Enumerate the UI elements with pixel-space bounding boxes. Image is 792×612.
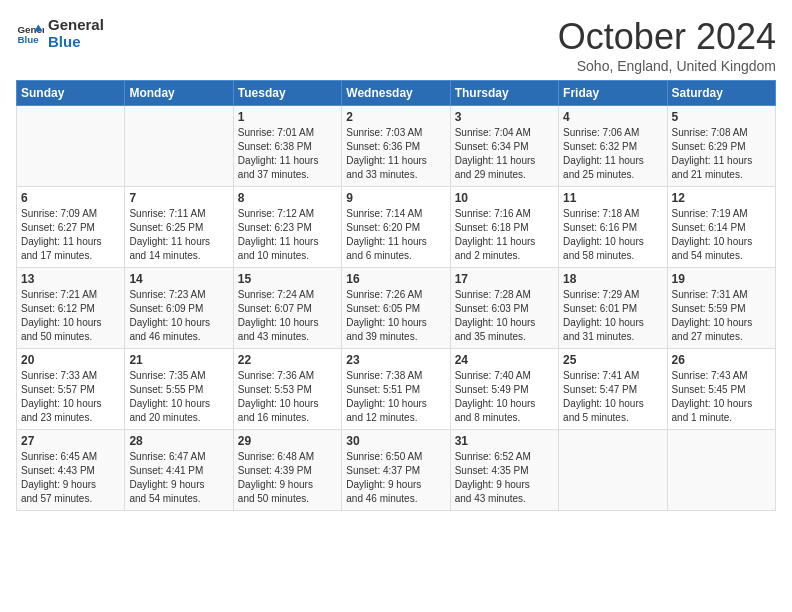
header-cell-saturday: Saturday bbox=[667, 81, 775, 106]
day-number: 27 bbox=[21, 434, 120, 448]
day-info: Sunrise: 6:48 AM Sunset: 4:39 PM Dayligh… bbox=[238, 450, 337, 506]
day-info: Sunrise: 7:09 AM Sunset: 6:27 PM Dayligh… bbox=[21, 207, 120, 263]
header-cell-tuesday: Tuesday bbox=[233, 81, 341, 106]
day-number: 28 bbox=[129, 434, 228, 448]
week-row-2: 6Sunrise: 7:09 AM Sunset: 6:27 PM Daylig… bbox=[17, 187, 776, 268]
day-info: Sunrise: 7:36 AM Sunset: 5:53 PM Dayligh… bbox=[238, 369, 337, 425]
week-row-4: 20Sunrise: 7:33 AM Sunset: 5:57 PM Dayli… bbox=[17, 349, 776, 430]
day-info: Sunrise: 7:21 AM Sunset: 6:12 PM Dayligh… bbox=[21, 288, 120, 344]
day-number: 29 bbox=[238, 434, 337, 448]
day-number: 3 bbox=[455, 110, 554, 124]
day-info: Sunrise: 7:19 AM Sunset: 6:14 PM Dayligh… bbox=[672, 207, 771, 263]
day-cell: 24Sunrise: 7:40 AM Sunset: 5:49 PM Dayli… bbox=[450, 349, 558, 430]
day-info: Sunrise: 7:26 AM Sunset: 6:05 PM Dayligh… bbox=[346, 288, 445, 344]
day-cell: 21Sunrise: 7:35 AM Sunset: 5:55 PM Dayli… bbox=[125, 349, 233, 430]
day-number: 18 bbox=[563, 272, 662, 286]
day-number: 17 bbox=[455, 272, 554, 286]
day-number: 23 bbox=[346, 353, 445, 367]
day-number: 1 bbox=[238, 110, 337, 124]
day-cell: 25Sunrise: 7:41 AM Sunset: 5:47 PM Dayli… bbox=[559, 349, 667, 430]
day-cell: 2Sunrise: 7:03 AM Sunset: 6:36 PM Daylig… bbox=[342, 106, 450, 187]
day-number: 15 bbox=[238, 272, 337, 286]
day-number: 8 bbox=[238, 191, 337, 205]
day-number: 24 bbox=[455, 353, 554, 367]
day-number: 2 bbox=[346, 110, 445, 124]
day-number: 21 bbox=[129, 353, 228, 367]
day-cell bbox=[559, 430, 667, 511]
day-number: 30 bbox=[346, 434, 445, 448]
day-number: 6 bbox=[21, 191, 120, 205]
month-title: October 2024 bbox=[558, 16, 776, 58]
header-cell-monday: Monday bbox=[125, 81, 233, 106]
day-info: Sunrise: 7:14 AM Sunset: 6:20 PM Dayligh… bbox=[346, 207, 445, 263]
day-info: Sunrise: 7:12 AM Sunset: 6:23 PM Dayligh… bbox=[238, 207, 337, 263]
week-row-3: 13Sunrise: 7:21 AM Sunset: 6:12 PM Dayli… bbox=[17, 268, 776, 349]
day-number: 20 bbox=[21, 353, 120, 367]
day-cell: 8Sunrise: 7:12 AM Sunset: 6:23 PM Daylig… bbox=[233, 187, 341, 268]
day-cell: 12Sunrise: 7:19 AM Sunset: 6:14 PM Dayli… bbox=[667, 187, 775, 268]
day-cell: 30Sunrise: 6:50 AM Sunset: 4:37 PM Dayli… bbox=[342, 430, 450, 511]
day-number: 9 bbox=[346, 191, 445, 205]
day-info: Sunrise: 7:40 AM Sunset: 5:49 PM Dayligh… bbox=[455, 369, 554, 425]
day-number: 5 bbox=[672, 110, 771, 124]
day-info: Sunrise: 7:43 AM Sunset: 5:45 PM Dayligh… bbox=[672, 369, 771, 425]
day-cell: 15Sunrise: 7:24 AM Sunset: 6:07 PM Dayli… bbox=[233, 268, 341, 349]
day-cell: 9Sunrise: 7:14 AM Sunset: 6:20 PM Daylig… bbox=[342, 187, 450, 268]
day-number: 25 bbox=[563, 353, 662, 367]
day-cell: 26Sunrise: 7:43 AM Sunset: 5:45 PM Dayli… bbox=[667, 349, 775, 430]
day-cell: 3Sunrise: 7:04 AM Sunset: 6:34 PM Daylig… bbox=[450, 106, 558, 187]
header-cell-thursday: Thursday bbox=[450, 81, 558, 106]
day-cell: 10Sunrise: 7:16 AM Sunset: 6:18 PM Dayli… bbox=[450, 187, 558, 268]
header-cell-friday: Friday bbox=[559, 81, 667, 106]
week-row-5: 27Sunrise: 6:45 AM Sunset: 4:43 PM Dayli… bbox=[17, 430, 776, 511]
day-info: Sunrise: 7:04 AM Sunset: 6:34 PM Dayligh… bbox=[455, 126, 554, 182]
day-number: 7 bbox=[129, 191, 228, 205]
day-cell: 13Sunrise: 7:21 AM Sunset: 6:12 PM Dayli… bbox=[17, 268, 125, 349]
day-number: 4 bbox=[563, 110, 662, 124]
calendar-table: SundayMondayTuesdayWednesdayThursdayFrid… bbox=[16, 80, 776, 511]
day-cell: 31Sunrise: 6:52 AM Sunset: 4:35 PM Dayli… bbox=[450, 430, 558, 511]
day-number: 10 bbox=[455, 191, 554, 205]
day-cell: 4Sunrise: 7:06 AM Sunset: 6:32 PM Daylig… bbox=[559, 106, 667, 187]
day-cell: 16Sunrise: 7:26 AM Sunset: 6:05 PM Dayli… bbox=[342, 268, 450, 349]
day-cell: 5Sunrise: 7:08 AM Sunset: 6:29 PM Daylig… bbox=[667, 106, 775, 187]
day-cell: 22Sunrise: 7:36 AM Sunset: 5:53 PM Dayli… bbox=[233, 349, 341, 430]
day-number: 14 bbox=[129, 272, 228, 286]
day-info: Sunrise: 7:24 AM Sunset: 6:07 PM Dayligh… bbox=[238, 288, 337, 344]
day-cell bbox=[125, 106, 233, 187]
day-info: Sunrise: 7:33 AM Sunset: 5:57 PM Dayligh… bbox=[21, 369, 120, 425]
title-area: October 2024 Soho, England, United Kingd… bbox=[558, 16, 776, 74]
calendar-body: 1Sunrise: 7:01 AM Sunset: 6:38 PM Daylig… bbox=[17, 106, 776, 511]
day-info: Sunrise: 7:08 AM Sunset: 6:29 PM Dayligh… bbox=[672, 126, 771, 182]
day-cell: 1Sunrise: 7:01 AM Sunset: 6:38 PM Daylig… bbox=[233, 106, 341, 187]
day-cell bbox=[17, 106, 125, 187]
day-number: 13 bbox=[21, 272, 120, 286]
day-info: Sunrise: 7:41 AM Sunset: 5:47 PM Dayligh… bbox=[563, 369, 662, 425]
day-cell: 18Sunrise: 7:29 AM Sunset: 6:01 PM Dayli… bbox=[559, 268, 667, 349]
day-info: Sunrise: 7:03 AM Sunset: 6:36 PM Dayligh… bbox=[346, 126, 445, 182]
day-cell: 7Sunrise: 7:11 AM Sunset: 6:25 PM Daylig… bbox=[125, 187, 233, 268]
svg-text:Blue: Blue bbox=[17, 34, 39, 45]
day-number: 22 bbox=[238, 353, 337, 367]
day-info: Sunrise: 7:18 AM Sunset: 6:16 PM Dayligh… bbox=[563, 207, 662, 263]
day-cell: 11Sunrise: 7:18 AM Sunset: 6:16 PM Dayli… bbox=[559, 187, 667, 268]
day-info: Sunrise: 7:23 AM Sunset: 6:09 PM Dayligh… bbox=[129, 288, 228, 344]
day-cell: 6Sunrise: 7:09 AM Sunset: 6:27 PM Daylig… bbox=[17, 187, 125, 268]
day-number: 19 bbox=[672, 272, 771, 286]
day-info: Sunrise: 7:01 AM Sunset: 6:38 PM Dayligh… bbox=[238, 126, 337, 182]
day-info: Sunrise: 7:31 AM Sunset: 5:59 PM Dayligh… bbox=[672, 288, 771, 344]
day-info: Sunrise: 6:47 AM Sunset: 4:41 PM Dayligh… bbox=[129, 450, 228, 506]
day-cell: 14Sunrise: 7:23 AM Sunset: 6:09 PM Dayli… bbox=[125, 268, 233, 349]
day-info: Sunrise: 7:11 AM Sunset: 6:25 PM Dayligh… bbox=[129, 207, 228, 263]
day-cell: 29Sunrise: 6:48 AM Sunset: 4:39 PM Dayli… bbox=[233, 430, 341, 511]
day-info: Sunrise: 6:52 AM Sunset: 4:35 PM Dayligh… bbox=[455, 450, 554, 506]
header-row: SundayMondayTuesdayWednesdayThursdayFrid… bbox=[17, 81, 776, 106]
day-info: Sunrise: 7:16 AM Sunset: 6:18 PM Dayligh… bbox=[455, 207, 554, 263]
day-number: 26 bbox=[672, 353, 771, 367]
day-info: Sunrise: 7:38 AM Sunset: 5:51 PM Dayligh… bbox=[346, 369, 445, 425]
day-info: Sunrise: 7:29 AM Sunset: 6:01 PM Dayligh… bbox=[563, 288, 662, 344]
day-number: 16 bbox=[346, 272, 445, 286]
day-cell: 27Sunrise: 6:45 AM Sunset: 4:43 PM Dayli… bbox=[17, 430, 125, 511]
calendar-header: SundayMondayTuesdayWednesdayThursdayFrid… bbox=[17, 81, 776, 106]
location: Soho, England, United Kingdom bbox=[558, 58, 776, 74]
